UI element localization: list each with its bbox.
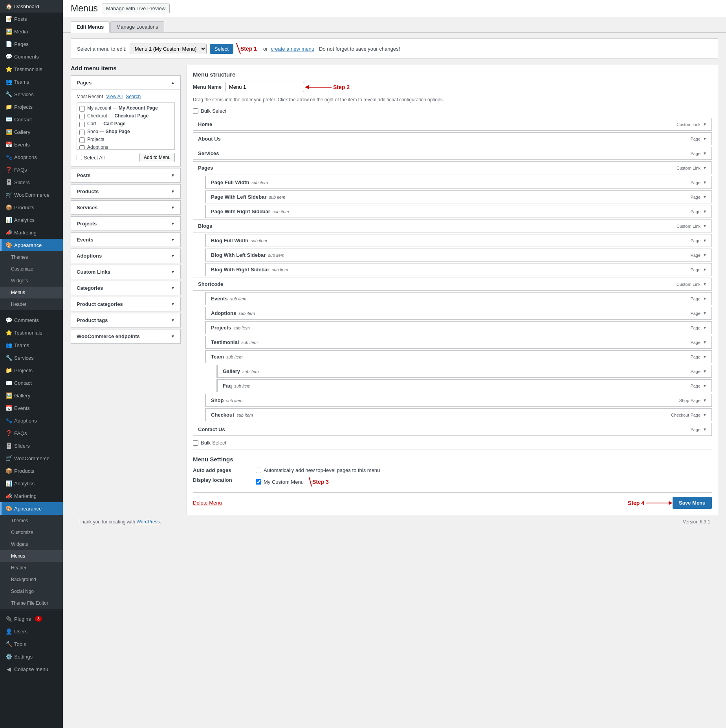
accordion-pages-header[interactable]: Pages ▲ [71,76,180,90]
menu-item-testimonial-header[interactable]: Testimonial sub item Page ▼ [206,336,711,348]
menu-item-page-full-width-header[interactable]: Page Full Width sub item Page ▼ [206,176,711,188]
menu-item-about-us-header[interactable]: About Us Page ▼ [193,133,711,145]
sidebar-item-gallery[interactable]: 🖼️ Gallery [0,126,63,138]
page-checkbox-checkout[interactable] [79,114,85,119]
sidebar-item-marketing2[interactable]: 📣 Marketing [0,490,63,502]
menu-item-projects-header[interactable]: Projects sub item Page ▼ [206,322,711,334]
menu-item-blog-left-sidebar-header[interactable]: Blog With Left Sidebar sub item Page ▼ [206,249,711,261]
menu-item-faq-header[interactable]: Faq sub item Page ▼ [218,380,711,392]
menu-item-pages-header[interactable]: Pages Custom Link ▼ [193,162,711,174]
accordion-adoptions-header[interactable]: Adoptions ▼ [71,249,180,263]
select-all-checkbox[interactable] [77,155,82,160]
select-button[interactable]: Select [210,44,233,54]
accordion-categories-header[interactable]: Categories ▼ [71,281,180,295]
sidebar-item-posts[interactable]: 📝 Posts [0,13,63,25]
accordion-projects-header[interactable]: Projects ▼ [71,217,180,230]
sidebar-item-menus2[interactable]: Menus [0,550,63,562]
page-checkbox-cart[interactable] [79,122,85,127]
sidebar-item-settings[interactable]: ⚙️ Settings [0,650,63,663]
menu-item-services-header[interactable]: Services Page ▼ [193,147,711,159]
menu-item-page-left-sidebar-header[interactable]: Page With Left Sidebar sub item Page ▼ [206,191,711,203]
sidebar-item-collapse[interactable]: ◀ Collapse menu [0,663,63,675]
wordpress-link[interactable]: WordPress [136,519,160,525]
sidebar-item-users[interactable]: 👤 Users [0,625,63,638]
bulk-select-checkbox-bottom[interactable] [193,440,198,446]
sidebar-item-projects2[interactable]: 📁 Projects [0,364,63,377]
menu-item-shop-header[interactable]: Shop sub item Shop Page ▼ [206,394,711,406]
sidebar-item-analytics2[interactable]: 📊 Analytics [0,477,63,490]
create-new-menu-link[interactable]: create a new menu [271,46,314,52]
sidebar-item-customize2[interactable]: Customize [0,527,63,538]
sidebar-item-plugins[interactable]: 🔌 Plugins 3 [0,613,63,625]
accordion-woocommerce-endpoints-header[interactable]: WooCommerce endpoints ▼ [71,329,180,343]
sidebar-item-marketing[interactable]: 📣 Marketing [0,226,63,239]
sidebar-item-woo2[interactable]: 🛒 WooCommerce [0,452,63,465]
page-checkbox-shop[interactable] [79,130,85,135]
menu-name-input[interactable] [226,82,304,92]
sidebar-item-contact[interactable]: ✉️ Contact [0,113,63,126]
sidebar-item-background[interactable]: Background [0,574,63,585]
menu-item-blogs-header[interactable]: Blogs Custom Link ▼ [193,220,711,232]
tab-edit-menus[interactable]: Edit Menus [71,21,110,33]
accordion-posts-header[interactable]: Posts ▼ [71,168,180,182]
sidebar-item-sliders2[interactable]: 🎚️ Sliders [0,439,63,452]
sidebar-item-themes2[interactable]: Themes [0,515,63,527]
accordion-product-tags-header[interactable]: Product tags ▼ [71,313,180,327]
sidebar-item-dashboard[interactable]: 🏠 Dashboard [0,0,63,13]
sidebar-item-comments2[interactable]: 💬 Comments [0,314,63,326]
sidebar-item-analytics[interactable]: 📊 Analytics [0,214,63,226]
sidebar-item-products[interactable]: 📦 Products [0,201,63,214]
accordion-events-header[interactable]: Events ▼ [71,233,180,247]
sidebar-item-events[interactable]: 📅 Events [0,138,63,151]
menu-item-team-header[interactable]: Team sub item Page ▼ [206,351,711,363]
accordion-services-header[interactable]: Services ▼ [71,201,180,214]
sidebar-item-customize[interactable]: Customize [0,263,63,275]
sidebar-item-widgets[interactable]: Widgets [0,275,63,287]
delete-menu-link[interactable]: Delete Menu [193,500,222,506]
sidebar-item-adoptions2[interactable]: 🐾 Adoptions [0,414,63,427]
page-checkbox-my-account[interactable] [79,106,85,112]
sidebar-item-services2[interactable]: 🔧 Services [0,351,63,364]
page-checkbox-adoptions[interactable] [79,145,85,150]
menu-item-checkout-header[interactable]: Checkout sub item Checkout Page ▼ [206,409,711,421]
save-menu-button[interactable]: Save Menu [673,497,712,509]
sidebar-item-comments[interactable]: 💬 Comments [0,50,63,63]
sidebar-item-tools[interactable]: 🔨 Tools [0,638,63,650]
sidebar-item-header[interactable]: Header [0,298,63,310]
sidebar-item-products2[interactable]: 📦 Products [0,465,63,477]
sidebar-item-adoptions[interactable]: 🐾 Adoptions [0,151,63,163]
sidebar-item-faqs2[interactable]: ❓ FAQs [0,427,63,439]
sidebar-item-gallery2[interactable]: 🖼️ Gallery [0,389,63,402]
sidebar-item-projects[interactable]: 📁 Projects [0,101,63,113]
sidebar-item-pages[interactable]: 📄 Pages [0,38,63,50]
sidebar-item-widgets2[interactable]: Widgets [0,538,63,550]
menu-item-blog-full-width-header[interactable]: Blog Full Width sub item Page ▼ [206,234,711,247]
sidebar-item-testimonials[interactable]: ⭐ Testimonials [0,63,63,75]
menu-item-shortcode-header[interactable]: Shortcode Custom Link ▼ [193,278,711,290]
sidebar-item-sliders[interactable]: 🎚️ Sliders [0,176,63,188]
tab-manage-locations[interactable]: Manage Locations [110,21,164,32]
pages-tab-view-all[interactable]: View All [106,94,123,99]
sidebar-item-services[interactable]: 🔧 Services [0,88,63,101]
menu-item-adoptions-header[interactable]: Adoptions sub item Page ▼ [206,307,711,319]
display-location-checkbox[interactable] [256,479,261,485]
sidebar-item-media[interactable]: 🖼️ Media [0,25,63,38]
auto-add-checkbox[interactable] [256,468,261,473]
menu-item-blog-right-sidebar-header[interactable]: Blog With Right Sidebar sub item Page ▼ [206,263,711,276]
manage-live-preview-button[interactable]: Manage with Live Preview [102,4,170,13]
bulk-select-checkbox-top[interactable] [193,108,198,114]
sidebar-item-teams[interactable]: 👥 Teams [0,75,63,88]
sidebar-item-woocommerce[interactable]: 🛒 WooCommerce [0,188,63,201]
sidebar-item-appearance[interactable]: 🎨 Appearance [0,239,63,251]
pages-tab-search[interactable]: Search [126,94,141,99]
accordion-custom-links-header[interactable]: Custom Links ▼ [71,265,180,279]
accordion-products-header[interactable]: Products ▼ [71,185,180,198]
menu-item-home-header[interactable]: Home Custom Link ▼ [193,118,711,130]
sidebar-item-events2[interactable]: 📅 Events [0,402,63,414]
sidebar-item-contact2[interactable]: ✉️ Contact [0,377,63,389]
sidebar-item-faqs[interactable]: ❓ FAQs [0,163,63,176]
menu-item-page-right-sidebar-header[interactable]: Page With Right Sidebar sub item Page ▼ [206,205,711,218]
page-checkbox-projects[interactable] [79,137,85,143]
menu-select-dropdown[interactable]: Menu 1 (My Custom Menu) [130,44,207,54]
sidebar-item-testimonials2[interactable]: ⭐ Testimonials [0,326,63,339]
